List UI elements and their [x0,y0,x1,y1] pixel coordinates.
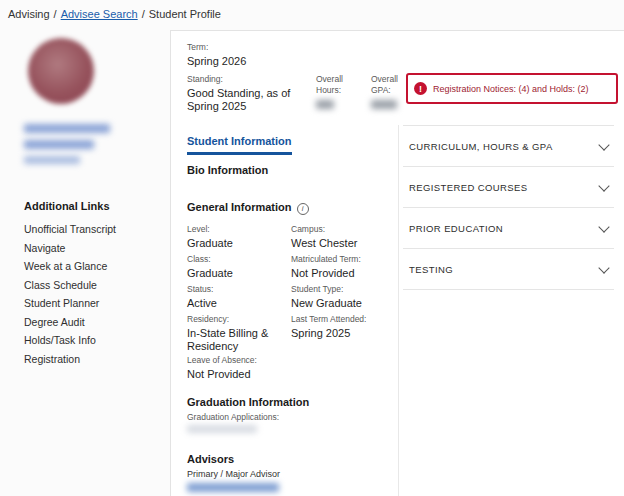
field-campus: Campus: West Chester [291,224,391,250]
field-level: Level: Graduate [187,224,287,250]
field-label: Class: [187,254,287,265]
sidebar-link-class-schedule[interactable]: Class Schedule [24,279,116,291]
field-residency: Residency: In-State Billing & Residency [187,314,285,353]
bio-information-heading: Bio Information [187,164,268,176]
registration-notices-alert[interactable]: ! Registration Notices: (4) and Holds: (… [406,73,618,104]
redacted-advisor-name-link [187,483,279,492]
overall-hours-field: Overall Hours: [316,74,358,96]
additional-links-list: Unofficial Transcript Navigate Week at a… [24,223,116,371]
accordion-title: PRIOR EDUCATION [409,223,503,234]
chevron-down-icon [598,262,609,273]
field-label: Level: [187,224,287,235]
field-label: Campus: [291,224,391,235]
sidebar-link-unofficial-transcript[interactable]: Unofficial Transcript [24,223,116,235]
general-information-title-text: General Information [187,201,292,213]
sidebar-link-student-planner[interactable]: Student Planner [24,297,116,309]
alert-exclamation-icon: ! [414,82,427,95]
redacted-graduation-applications-value [187,425,257,433]
graduation-information-heading: Graduation Information [187,396,309,408]
student-avatar-redacted [28,38,94,104]
redacted-student-id-line [24,156,80,164]
accordion-title: REGISTERED COURSES [409,182,528,193]
registration-notices-text: Registration Notices: (4) and Holds: (2) [433,84,589,94]
field-class: Class: Graduate [187,254,287,280]
accordion-prior-education[interactable]: PRIOR EDUCATION [403,208,614,249]
column-divider [398,125,399,496]
breadcrumb-student-profile: Student Profile [149,8,221,20]
info-icon[interactable]: i [297,203,309,215]
field-label: Student Type: [291,284,391,295]
sidebar-link-holds-task-info[interactable]: Holds/Task Info [24,334,116,346]
term-label: Term: [187,42,246,53]
general-information-heading: General Informationi [187,201,309,215]
advisor-role-label: Primary / Major Advisor [187,469,280,479]
sidebar-link-navigate[interactable]: Navigate [24,242,116,254]
accordion-registered-courses[interactable]: REGISTERED COURSES [403,167,614,208]
field-label: Last Term Attended: [291,314,391,325]
field-value: In-State Billing & Residency [187,327,285,353]
standing-label: Standing: [187,74,309,85]
field-value: Active [187,297,287,310]
chevron-down-icon [598,139,609,150]
field-value: Spring 2025 [291,327,391,340]
field-value: Graduate [187,267,287,280]
field-last-term-attended: Last Term Attended: Spring 2025 [291,314,391,340]
field-value: Not Provided [291,267,391,280]
field-value: Graduate [187,237,287,250]
sidebar-link-degree-audit[interactable]: Degree Audit [24,316,116,328]
field-label: Leave of Absence: [187,355,287,366]
accordion-title: CURRICULUM, HOURS & GPA [409,141,553,152]
breadcrumb-separator: / [142,8,145,20]
field-value: New Graduate [291,297,391,310]
overall-hours-label: Overall Hours: [316,74,358,96]
chevron-down-icon [598,180,609,191]
field-student-type: Student Type: New Graduate [291,284,391,310]
field-value: Not Provided [187,368,287,381]
sidebar-link-week-at-a-glance[interactable]: Week at a Glance [24,260,116,272]
standing-value: Good Standing, as of Spring 2025 [187,87,309,113]
field-matriculated-term: Matriculated Term: Not Provided [291,254,391,280]
accordion-title: TESTING [409,264,453,275]
term-field: Term: Spring 2026 [187,42,246,68]
graduation-applications-label: Graduation Applications: [187,412,279,423]
tab-student-information[interactable]: Student Information [187,135,292,155]
breadcrumb: Advising/Advisee Search/Student Profile [8,8,221,20]
student-profile-card: Term: Spring 2026 Standing: Good Standin… [170,30,624,496]
accordion-list: CURRICULUM, HOURS & GPA REGISTERED COURS… [403,125,614,290]
redacted-overall-gpa-value [371,100,397,109]
field-label: Residency: [187,314,285,325]
breadcrumb-advisee-search-link[interactable]: Advisee Search [61,8,138,20]
field-status: Status: Active [187,284,287,310]
field-label: Status: [187,284,287,295]
accordion-testing[interactable]: TESTING [403,249,614,290]
redacted-overall-hours-value [316,100,334,109]
redacted-student-name-line [24,124,110,133]
redacted-student-name-line [24,140,94,149]
standing-field: Standing: Good Standing, as of Spring 20… [187,74,309,113]
term-value: Spring 2026 [187,55,246,68]
additional-links-title: Additional Links [24,200,110,212]
accordion-curriculum-hours-gpa[interactable]: CURRICULUM, HOURS & GPA [403,126,614,167]
sidebar-link-registration[interactable]: Registration [24,353,116,365]
breadcrumb-advising: Advising [8,8,50,20]
breadcrumb-separator: / [54,8,57,20]
student-profile-page: Advising/Advisee Search/Student Profile … [0,0,624,496]
field-label: Matriculated Term: [291,254,391,265]
field-leave-of-absence: Leave of Absence: Not Provided [187,355,287,381]
field-value: West Chester [291,237,391,250]
chevron-down-icon [598,221,609,232]
advisors-heading: Advisors [187,453,234,465]
